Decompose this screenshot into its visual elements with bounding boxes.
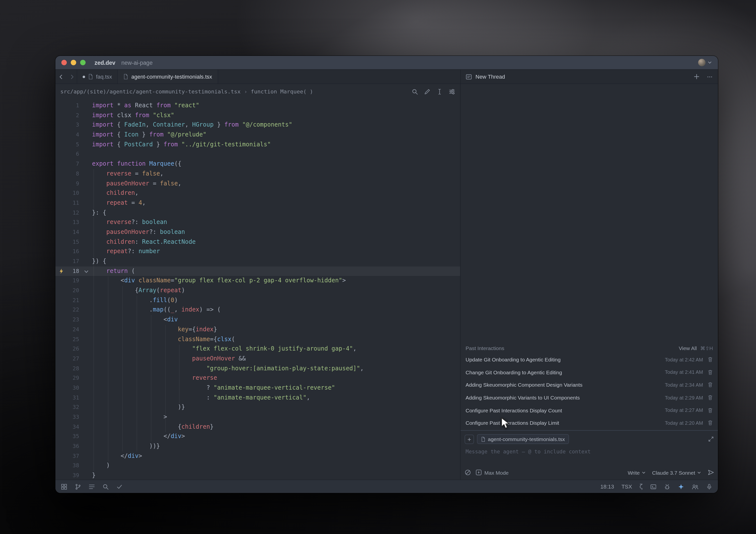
gutter-line-number[interactable]: 20 [55, 286, 92, 295]
code-text[interactable]: ? "animate-marquee-vertical-reverse" [92, 383, 460, 393]
code-text[interactable]: </div> [92, 451, 460, 461]
delete-thread-icon[interactable] [708, 420, 713, 426]
inline-assist-icon[interactable] [424, 88, 430, 95]
project-panel-icon[interactable] [61, 483, 67, 490]
gutter-line-number[interactable]: 19 [55, 276, 92, 286]
gutter-line-number[interactable]: 2 [55, 111, 92, 120]
gutter-line-number[interactable]: 35 [55, 432, 92, 442]
send-message-button[interactable] [708, 469, 714, 476]
buffer-search-icon[interactable] [412, 88, 418, 95]
terminal-panel-icon[interactable] [650, 483, 657, 490]
gutter-line-number[interactable]: 36 [55, 442, 92, 451]
chevron-down-icon[interactable] [708, 60, 712, 65]
delete-thread-icon[interactable] [708, 369, 713, 375]
fold-chevron-icon[interactable] [84, 269, 89, 274]
user-avatar[interactable] [698, 59, 706, 66]
navigate-back-button[interactable] [55, 70, 66, 84]
code-text[interactable]: export function Marquee({ [92, 159, 460, 169]
code-line-31[interactable]: 31 : "animate-marquee-vertical", [55, 393, 460, 402]
code-line-24[interactable]: 24 key={index} [55, 325, 460, 335]
breadcrumb-symbol[interactable]: function Marquee( ) [251, 88, 313, 95]
code-text[interactable]: }) { [92, 257, 460, 266]
code-line-13[interactable]: 13 reverse?: boolean [55, 218, 460, 227]
gutter-line-number[interactable]: 23 [55, 315, 92, 325]
gutter-line-number[interactable]: 25 [55, 335, 92, 344]
editor-controls-icon[interactable] [449, 88, 455, 95]
code-text[interactable]: pauseOnHover && [92, 354, 460, 364]
gutter-line-number[interactable]: 38 [55, 461, 92, 471]
minimize-window-button[interactable] [71, 60, 76, 65]
code-line-22[interactable]: 22 .map((_, index) => ( [55, 305, 460, 315]
code-line-10[interactable]: 10 children, [55, 189, 460, 198]
close-window-button[interactable] [61, 60, 67, 65]
gutter-line-number[interactable]: 27 [55, 354, 92, 364]
code-line-19[interactable]: 19 <div className="group flex flex-col p… [55, 276, 460, 286]
expand-composer-icon[interactable] [708, 436, 714, 442]
code-line-4[interactable]: 4import { Icon } from "@/prelude" [55, 130, 460, 140]
code-line-1[interactable]: 1import * as React from "react" [55, 101, 460, 111]
code-text[interactable]: ))} [92, 442, 460, 451]
gutter-line-number[interactable]: 24 [55, 325, 92, 335]
code-line-18[interactable]: 18 return ( [55, 266, 460, 276]
code-line-7[interactable]: 7export function Marquee({ [55, 159, 460, 169]
code-text[interactable]: "group-hover:[animation-play-state:pause… [92, 364, 460, 373]
code-text[interactable]: import { FadeIn, Container, HGroup } fro… [92, 120, 460, 130]
gutter-line-number[interactable]: 10 [55, 189, 92, 198]
code-text[interactable]: ) [92, 461, 460, 471]
max-mode-toggle[interactable]: Max Mode [475, 469, 509, 476]
code-line-17[interactable]: 17}) { [55, 257, 460, 266]
gutter-line-number[interactable]: 30 [55, 383, 92, 393]
code-text[interactable]: {children} [92, 422, 460, 432]
code-text[interactable]: key={index} [92, 325, 460, 335]
gutter-line-number[interactable]: 13 [55, 218, 92, 227]
code-line-5[interactable]: 5import { PostCard } from "../git/git-te… [55, 140, 460, 150]
code-line-2[interactable]: 2import clsx from "clsx" [55, 111, 460, 120]
code-text[interactable]: pauseOnHover?: boolean [92, 227, 460, 237]
gutter-line-number[interactable]: 26 [55, 344, 92, 354]
fullscreen-window-button[interactable] [80, 60, 86, 65]
code-line-9[interactable]: 9 pauseOnHover = false, [55, 179, 460, 189]
delete-thread-icon[interactable] [708, 382, 713, 388]
assistant-panel-icon[interactable] [678, 483, 684, 490]
language-selector[interactable]: TSX [621, 484, 632, 490]
code-text[interactable]: reverse = false, [92, 169, 460, 179]
search-panel-icon[interactable] [102, 483, 109, 490]
gutter-line-number[interactable]: 32 [55, 403, 92, 412]
code-text[interactable]: import { PostCard } from "../git/git-tes… [92, 140, 460, 150]
edit-prediction-icon[interactable]: ζ [639, 484, 643, 490]
code-line-26[interactable]: 26 "flex flex-col shrink-0 justify-aroun… [55, 344, 460, 354]
run-indicator-icon[interactable] [58, 268, 64, 274]
code-text[interactable]: import clsx from "clsx" [92, 111, 460, 120]
breadcrumb[interactable]: src/app/(site)/agentic/agent-community-t… [55, 84, 460, 99]
code-line-23[interactable]: 23 <div [55, 315, 460, 325]
git-branch-icon[interactable] [75, 483, 81, 490]
code-line-15[interactable]: 15 children: React.ReactNode [55, 237, 460, 247]
code-text[interactable]: }: { [92, 208, 460, 217]
gutter-line-number[interactable]: 14 [55, 227, 92, 237]
code-line-34[interactable]: 34 {children} [55, 422, 460, 432]
gutter-line-number[interactable]: 39 [55, 471, 92, 480]
code-text[interactable]: <div [92, 315, 460, 325]
code-text[interactable]: reverse?: boolean [92, 218, 460, 227]
code-line-11[interactable]: 11 repeat = 4, [55, 198, 460, 208]
collaboration-icon[interactable] [692, 483, 699, 490]
code-line-20[interactable]: 20 {Array(repeat) [55, 286, 460, 295]
code-text[interactable]: > [92, 412, 460, 422]
tab-agent-community-testimonials[interactable]: agent-community-testimonials.tsx [118, 70, 218, 84]
context-chip[interactable]: agent-community-testimonials.tsx [477, 434, 569, 444]
code-line-35[interactable]: 35 </div> [55, 432, 460, 442]
code-line-12[interactable]: 12}: { [55, 208, 460, 217]
navigate-forward-button[interactable] [66, 70, 77, 84]
project-name[interactable]: new-ai-page [121, 60, 153, 65]
code-text[interactable]: import * as React from "react" [92, 101, 460, 111]
gutter-line-number[interactable]: 18 [55, 266, 92, 276]
code-text[interactable]: </div> [92, 432, 460, 442]
code-text[interactable] [92, 150, 460, 159]
view-all-button[interactable]: View All [679, 345, 697, 351]
code-line-21[interactable]: 21 .fill(0) [55, 296, 460, 305]
code-line-37[interactable]: 37 </div> [55, 451, 460, 461]
code-editor[interactable]: 1import * as React from "react"2import c… [55, 99, 460, 480]
microphone-icon[interactable] [706, 483, 713, 490]
code-line-38[interactable]: 38 ) [55, 461, 460, 471]
code-text[interactable]: .map((_, index) => ( [92, 305, 460, 315]
